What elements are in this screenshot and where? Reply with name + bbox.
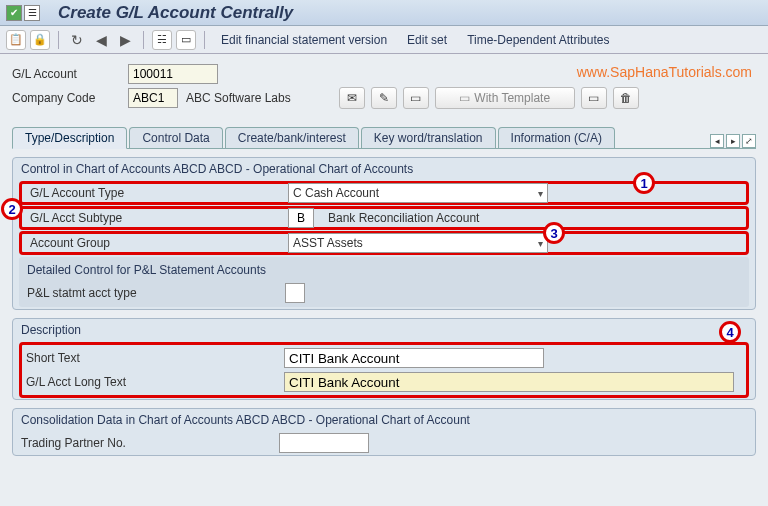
annotation-2: 2 [1,198,23,220]
short-text-label: Short Text [26,351,276,365]
titlebar: ✔ ☰ Create G/L Account Centrally [0,0,768,26]
company-code-label: Company Code [12,91,120,105]
prev-icon[interactable]: ◀ [91,30,111,50]
annotation-3: 3 [543,222,565,244]
ok-icon[interactable]: ✔ [6,5,22,21]
tab-create-bank[interactable]: Create/bank/interest [225,127,359,148]
group-header-consol: Consolidation Data in Chart of Accounts … [13,409,755,431]
menu-edit-fsv[interactable]: Edit financial statement version [213,33,395,47]
annotation-4: 4 [719,321,741,343]
gl-account-label: G/L Account [12,67,120,81]
menu-time-dep[interactable]: Time-Dependent Attributes [459,33,617,47]
menu-edit-set[interactable]: Edit set [399,33,455,47]
pl-statmt-input[interactable] [285,283,305,303]
refresh-icon[interactable]: ↻ [67,30,87,50]
group-header-desc: Description [13,319,755,341]
tab-information[interactable]: Information (C/A) [498,127,615,148]
delete-icon[interactable]: 🗑 [613,87,639,109]
edit-icon[interactable]: ✎ [371,87,397,109]
menu-icon[interactable]: ☰ [24,5,40,21]
tabstrip: Type/Description Control Data Create/ban… [12,126,756,149]
acct-subtype-desc: Bank Reconciliation Account [322,211,485,225]
company-code-desc: ABC Software Labs [186,91,291,105]
tab-control-data[interactable]: Control Data [129,127,222,148]
doc-icon[interactable]: ▭ [176,30,196,50]
separator [58,31,59,49]
account-type-label: G/L Account Type [30,186,280,200]
separator [143,31,144,49]
gl-account-input[interactable] [128,64,218,84]
tab-scroll-right-icon[interactable]: ▸ [726,134,740,148]
account-type-dropdown[interactable]: C Cash Account [288,183,548,203]
toolbar: 📋 🔒 ↻ ◀ ▶ ☵ ▭ Edit financial statement v… [0,26,768,54]
tab-scroll-left-icon[interactable]: ◂ [710,134,724,148]
separator [204,31,205,49]
pl-statmt-label: P&L statmt acct type [27,286,277,300]
copy2-icon[interactable]: ▭ [581,87,607,109]
tab-expand-icon[interactable]: ⤢ [742,134,756,148]
annotation-1: 1 [633,172,655,194]
trading-partner-label: Trading Partner No. [21,436,271,450]
short-text-input[interactable] [284,348,544,368]
group-control-coa: 1 2 3 Control in Chart of Accounts ABCD … [12,157,756,310]
company-code-input[interactable] [128,88,178,108]
page-title: Create G/L Account Centrally [58,3,293,23]
long-text-input[interactable] [284,372,734,392]
list-icon[interactable]: ☵ [152,30,172,50]
copy-icon[interactable]: 📋 [6,30,26,50]
tab-type-description[interactable]: Type/Description [12,127,127,149]
group-description: 4 Description Short Text G/L Acct Long T… [12,318,756,400]
next-icon[interactable]: ▶ [115,30,135,50]
acct-subtype-label: G/L Acct Subtype [30,211,280,225]
display-icon[interactable]: ▭ [403,87,429,109]
account-group-dropdown[interactable]: ASST Assets [288,233,548,253]
lock-icon[interactable]: 🔒 [30,30,50,50]
hold-icon[interactable]: ✉ [339,87,365,109]
tab-keyword[interactable]: Key word/translation [361,127,496,148]
watermark: www.SapHanaTutorials.com [577,64,752,80]
account-group-label: Account Group [30,236,280,250]
acct-subtype-code[interactable] [288,208,314,228]
group-consolidation: Consolidation Data in Chart of Accounts … [12,408,756,456]
long-text-label: G/L Acct Long Text [26,375,276,389]
trading-partner-input[interactable] [279,433,369,453]
sub-header-pl: Detailed Control for P&L Statement Accou… [19,259,749,281]
with-template-button[interactable]: ▭With Template [435,87,575,109]
